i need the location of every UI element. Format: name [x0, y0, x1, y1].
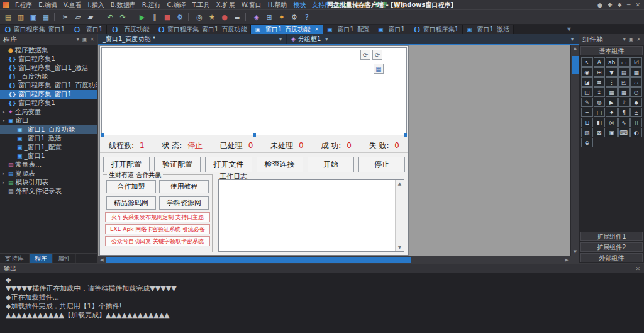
run-icon[interactable]: ▶ — [136, 11, 148, 23]
selection-handle[interactable] — [253, 133, 256, 137]
tree-item-window[interactable]: ▣ _窗口1 — [0, 152, 97, 161]
component-section-header[interactable]: 扩展组件2 — [580, 242, 643, 252]
output-close-icon[interactable]: ✕ — [635, 266, 640, 272]
scrollbar-component-icon[interactable]: ↕ — [594, 87, 606, 97]
tab-close-icon[interactable]: ✕ — [314, 26, 319, 32]
editor-tab[interactable]: ▣ _窗口1_配置 — [323, 25, 374, 34]
timer-component-icon[interactable]: ⟳ — [360, 50, 370, 60]
bookmark-icon[interactable]: ★ — [206, 11, 218, 23]
progressbar-component-icon[interactable]: ▱ — [630, 77, 642, 87]
compile-icon[interactable]: ⚙ — [174, 11, 186, 23]
breakpoint-icon[interactable]: ● — [219, 11, 230, 23]
selection-handle[interactable] — [404, 133, 407, 137]
undo-icon[interactable]: ↶ — [104, 11, 116, 23]
tray-component-icon[interactable]: ◎ — [606, 118, 618, 127]
plugin-icon[interactable]: ✦ — [276, 11, 287, 23]
tree-item-windows-folder[interactable]: ▾ ▣ 窗口 — [0, 116, 97, 125]
slider-component-icon[interactable]: ◫ — [581, 87, 593, 97]
editor-tab[interactable]: {} 窗口程序集1 — [409, 25, 463, 34]
designer-vertical-scrollbar[interactable]: ▲ ▼ — [570, 45, 579, 256]
groupbox-component-icon[interactable]: ⊞ — [594, 67, 606, 77]
save-icon[interactable]: ▣ — [28, 11, 39, 23]
menu-view[interactable]: V.查看 — [60, 1, 85, 9]
radio-component-icon[interactable]: ◉ — [581, 67, 593, 77]
panel-tab-program[interactable]: 程序 — [30, 254, 53, 263]
tree-item-program-set[interactable]: {} 窗口程序集1 — [0, 99, 97, 108]
checkbox-component-icon[interactable]: ☑ — [630, 57, 642, 67]
tree-item-program-set[interactable]: {} _百度功能 — [0, 72, 97, 81]
panel-menu-icon[interactable]: ▾ — [77, 37, 79, 42]
frame-component-icon[interactable]: ▢ — [594, 108, 606, 117]
promo-link[interactable]: EXE Apk 网络卡密验证系统 引流必备 — [105, 224, 210, 234]
scroll-up-icon[interactable]: ▲ — [398, 181, 401, 186]
format-icon[interactable]: ≡ — [231, 11, 243, 23]
editor-tab[interactable]: ▣ _窗口1_激活 — [463, 25, 514, 34]
media-component-icon[interactable]: ▶ — [606, 98, 618, 107]
panel-tab-support-libs[interactable]: 支持库 — [0, 254, 30, 263]
tree-expander-icon[interactable]: ▸ — [3, 110, 8, 115]
menu-extend[interactable]: X.扩展 — [213, 1, 238, 9]
panel-tab-properties[interactable]: 属性 — [53, 254, 76, 263]
sound-component-icon[interactable]: ♪ — [618, 98, 630, 107]
pause-icon[interactable]: ‖ — [149, 11, 160, 23]
line-component-icon[interactable]: ─ — [581, 108, 593, 117]
form-button[interactable]: 检查连接 — [257, 157, 303, 172]
combobox-component-icon[interactable]: ▼ — [606, 67, 618, 77]
promo-link[interactable]: 公众号自动回复 关键字领取卡密系统 — [105, 236, 210, 246]
tree-item-program-data[interactable]: ● 程序数据集 — [0, 46, 97, 55]
save-all-icon[interactable]: ▦ — [40, 11, 52, 23]
tree-item-program-set[interactable]: {} 窗口程序集_窗口1_激活 — [0, 64, 97, 72]
editor-tab[interactable]: {} _窗口1 — [69, 25, 107, 34]
new-icon[interactable]: ▤ — [3, 11, 14, 23]
minimize-icon[interactable]: ─ — [627, 2, 630, 8]
button-component-icon[interactable]: ▭ — [618, 57, 630, 67]
hyperlink-component-icon[interactable]: ✦ — [606, 108, 618, 117]
navbar-dropdown-icon[interactable]: ▾ — [571, 37, 579, 42]
tree-expander-icon[interactable]: ▸ — [3, 180, 8, 185]
scroll-left-icon[interactable]: ◀ — [98, 256, 106, 263]
tree-item-window[interactable]: ▣ _窗口1_配置 — [0, 143, 97, 152]
listview-control[interactable] — [101, 47, 407, 135]
listbox-component-icon[interactable]: ▤ — [618, 67, 630, 77]
plugin-add-icon[interactable]: ✚ — [608, 2, 613, 8]
tree-item-program-set-selected[interactable]: {} 窗口程序集_窗口1 — [0, 90, 97, 99]
menu-edit[interactable]: E.编辑 — [35, 1, 60, 9]
selection-handle[interactable] — [101, 133, 104, 137]
promo-link[interactable]: 火车头采集发布规则定制 支持日主题 — [105, 212, 210, 222]
menu-database[interactable]: B.数据库 — [108, 1, 139, 9]
panel-close-icon[interactable]: ✕ — [90, 37, 94, 42]
component-section-header[interactable]: 扩展组件1 — [580, 232, 643, 241]
find-icon[interactable]: ◎ — [194, 11, 205, 23]
clipboard-component-icon[interactable]: ▣ — [606, 128, 618, 137]
form-button[interactable]: 开始 — [308, 157, 354, 172]
control-selector-combo[interactable]: ◈ 分组框1 ▾ — [287, 34, 332, 44]
tree-item-program-set[interactable]: {} 窗口程序集1 — [0, 55, 97, 64]
registry-component-icon[interactable]: ⊠ — [594, 128, 606, 137]
designer-horizontal-scrollbar[interactable]: ◀ ▶ — [98, 256, 570, 263]
tab-list-dropdown-icon[interactable]: ▼ — [567, 26, 571, 32]
cursor-tool-icon[interactable]: ↖ — [581, 57, 593, 67]
cut-icon[interactable]: ✂ — [60, 11, 71, 23]
module-manager-icon[interactable]: ◈ — [251, 11, 262, 23]
spin-component-icon[interactable]: ± — [630, 108, 642, 117]
scroll-down-icon[interactable]: ▼ — [571, 248, 579, 256]
tree-item-modules-table[interactable]: ▸ ▤ 模块引用表 — [0, 178, 97, 187]
panel-menu-icon[interactable]: ▾ — [623, 37, 626, 42]
toolbar-separator[interactable] — [131, 13, 134, 21]
treeview-component-icon[interactable]: ⋮ — [606, 77, 618, 87]
scroll-up-icon[interactable]: ▲ — [571, 45, 579, 52]
menu-compile[interactable]: C.编译 — [164, 1, 189, 9]
timer-component-icon[interactable]: ⟳ — [372, 50, 382, 60]
browser-component-icon[interactable]: ◍ — [594, 98, 606, 107]
tree-item-program-set[interactable]: {} 窗口程序集_窗口1_百度功能 — [0, 81, 97, 90]
groupbox-button[interactable]: 学科资源网 — [159, 196, 209, 210]
menu-insert[interactable]: I.插入 — [85, 1, 108, 9]
menu-module[interactable]: 模块 — [290, 1, 309, 9]
toolbar-separator[interactable] — [54, 13, 57, 21]
worklog-textarea[interactable]: ▲ ▼ — [218, 179, 404, 252]
panel-close-icon[interactable]: ✕ — [636, 37, 641, 42]
listview-component-icon[interactable]: ≡ — [594, 77, 606, 87]
toolbar-separator[interactable] — [188, 13, 191, 21]
menu-run[interactable]: R.运行 — [139, 1, 164, 9]
toolbar-separator[interactable] — [245, 13, 248, 21]
